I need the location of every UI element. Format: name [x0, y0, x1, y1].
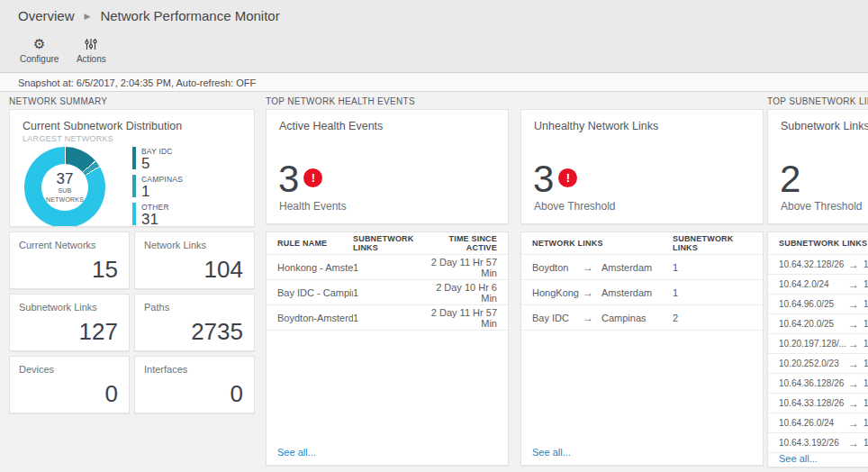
- dashboard: NETWORK SUMMARY Current Subnetwork Distr…: [0, 93, 868, 472]
- arrow-right-icon: →: [583, 261, 593, 274]
- breadcrumb: Overview ▶ Network Performance Monitor: [18, 8, 280, 23]
- arrow-right-icon: →: [848, 298, 859, 311]
- sliders-icon: [85, 37, 97, 51]
- network-summary-section-title: NETWORK SUMMARY: [9, 93, 255, 109]
- page-title: Network Performance Monitor: [100, 8, 279, 23]
- arrow-right-icon: →: [583, 286, 593, 299]
- table-row[interactable]: 10.64.2.0/24 → 10.2: [768, 275, 868, 295]
- donut-legend: BAY IDC 5 CAMPINAS 1 OTHER 31: [132, 147, 183, 227]
- toolbar: ⚙ Configure Actions: [16, 35, 111, 66]
- arrow-right-icon: →: [848, 377, 859, 390]
- table-row[interactable]: Honkong - Amste... 1 2 Day 11 Hr 57 Min: [267, 255, 508, 280]
- donut-center-label: SUB NETWORKS: [46, 186, 84, 203]
- actions-button[interactable]: Actions: [71, 35, 111, 66]
- alert-icon: !: [303, 168, 322, 187]
- network-links-table-header: NETWORK LINKS SUBNETWORK LINKS: [521, 232, 763, 255]
- see-all-link[interactable]: See all...: [267, 447, 508, 465]
- actions-label: Actions: [77, 54, 106, 64]
- donut-card-subtitle: LARGEST NETWORKS: [10, 132, 254, 143]
- tile-interfaces[interactable]: Interfaces 0: [134, 356, 255, 413]
- donut-area: 37 SUB NETWORKS BAY IDC 5: [10, 143, 254, 227]
- table-row[interactable]: Bay IDC → Campinas 2: [521, 305, 763, 331]
- arrow-right-icon: →: [848, 437, 859, 449]
- table-row[interactable]: 10.64.20.0/25 → 10.2: [768, 314, 868, 334]
- table-row[interactable]: Boydton-Amsterd... 1 2 Day 11 Hr 57 Min: [267, 305, 508, 331]
- legend-item-campinas: CAMPINAS 1: [132, 175, 183, 200]
- legend-item-other: OTHER 31: [132, 203, 183, 227]
- tile-current-networks[interactable]: Current Networks 15: [9, 231, 130, 289]
- health-events-column: TOP NETWORK HEALTH EVENTS Active Health …: [266, 93, 509, 466]
- legend-item-bay-idc: BAY IDC 5: [132, 147, 183, 172]
- health-events-section-title: TOP NETWORK HEALTH EVENTS: [266, 93, 509, 109]
- arrow-right-icon: →: [848, 397, 859, 410]
- app-header: Overview ▶ Network Performance Monitor ⚙…: [0, 0, 868, 73]
- health-events-table-header: RULE NAME SUBNETWORK LINKS TIME SINCE AC…: [267, 232, 508, 255]
- unhealthy-links-count: 3: [533, 163, 554, 195]
- arrow-right-icon: →: [848, 278, 859, 291]
- tile-network-links[interactable]: Network Links 104: [134, 231, 255, 289]
- legend-swatch: [132, 203, 136, 225]
- tile-devices[interactable]: Devices 0: [9, 356, 130, 413]
- snapshot-text: Snapshot at: 6/5/2017, 2:04:35 PM, Auto-…: [18, 77, 256, 88]
- table-row[interactable]: 10.64.96.0/25 → 10.2: [768, 295, 868, 314]
- table-row[interactable]: Bay IDC - Campin... 1 2 Day 10 Hr 6 Min: [267, 280, 508, 305]
- table-row[interactable]: 10.64.33.128/26 → 10.2: [768, 394, 868, 413]
- donut-card-title: Current Subnetwork Distribution: [10, 110, 254, 132]
- alert-icon: !: [558, 168, 577, 187]
- snapshot-bar: Snapshot at: 6/5/2017, 2:04:35 PM, Auto-…: [0, 74, 868, 92]
- health-events-count: 3: [278, 163, 299, 195]
- kpi-tiles: Current Networks 15 Network Links 104 Su…: [9, 231, 255, 413]
- arrow-right-icon: →: [848, 318, 859, 331]
- subnetwork-distribution-card[interactable]: Current Subnetwork Distribution LARGEST …: [9, 109, 255, 227]
- subnetwork-distribution-donut[interactable]: 37 SUB NETWORKS: [24, 147, 105, 227]
- table-row[interactable]: 10.64.32.128/26 → 10.2: [768, 255, 868, 275]
- table-row[interactable]: 10.20.252.0/23 → 10.2: [768, 354, 868, 374]
- table-row[interactable]: 10.64.3.192/26 → 10.2: [768, 433, 868, 453]
- subnetwork-links-stat-card[interactable]: Subnetwork Links With Mo 2 Above Thresho…: [767, 109, 868, 224]
- unhealthy-network-links-card[interactable]: Unhealthy Network Links 3 ! Above Thresh…: [520, 109, 764, 224]
- arrow-right-icon: →: [848, 338, 859, 350]
- gear-icon: ⚙: [33, 37, 45, 51]
- subnetwork-links-table-header: SUBNETWORK LINKS: [768, 232, 868, 255]
- see-all-link[interactable]: See all...: [521, 447, 763, 465]
- table-row[interactable]: Boydton → Amsterdam 1: [521, 255, 763, 280]
- configure-label: Configure: [20, 54, 59, 64]
- donut-center: 37 SUB NETWORKS: [41, 164, 88, 211]
- legend-swatch: [132, 175, 136, 197]
- tile-subnetwork-links[interactable]: Subnetwork Links 127: [9, 294, 130, 351]
- subnetwork-links-table-card: SUBNETWORK LINKS 10.64.32.128/26 → 10.2 …: [767, 231, 868, 467]
- see-all-link[interactable]: See all...: [768, 453, 868, 467]
- active-health-events-card[interactable]: Active Health Events 3 ! Health Events: [266, 109, 509, 224]
- arrow-right-icon: →: [848, 259, 859, 271]
- health-events-table-card: RULE NAME SUBNETWORK LINKS TIME SINCE AC…: [266, 231, 509, 466]
- table-row[interactable]: 10.64.36.128/26 → 10.2: [768, 374, 868, 394]
- subnetwork-links-count: 2: [780, 163, 800, 195]
- table-row[interactable]: 10.20.197.128/... → 10.2: [768, 334, 868, 354]
- network-links-table-card: NETWORK LINKS SUBNETWORK LINKS Boydton →…: [520, 231, 764, 466]
- unhealthy-links-column: Unhealthy Network Links 3 ! Above Thresh…: [520, 93, 764, 466]
- breadcrumb-overview-link[interactable]: Overview: [18, 8, 75, 23]
- subnetwork-links-section-title: TOP SUBNETWORK LINKS: [767, 93, 868, 109]
- breadcrumb-chevron-icon: ▶: [85, 12, 91, 21]
- table-row[interactable]: 10.64.26.0/24 → 10.2: [768, 413, 868, 433]
- donut-center-value: 37: [57, 171, 74, 186]
- legend-swatch: [132, 147, 136, 169]
- arrow-right-icon: →: [848, 417, 859, 430]
- subnetwork-links-column: TOP SUBNETWORK LINKS Subnetwork Links Wi…: [767, 93, 868, 467]
- tile-paths[interactable]: Paths 2735: [134, 294, 255, 351]
- table-row[interactable]: HongKong → Amsterdam 1: [521, 280, 763, 305]
- arrow-right-icon: →: [848, 358, 859, 370]
- spacer-title: [520, 93, 764, 109]
- network-summary-column: NETWORK SUMMARY Current Subnetwork Distr…: [9, 93, 255, 413]
- configure-button[interactable]: ⚙ Configure: [16, 35, 62, 66]
- arrow-right-icon: →: [583, 312, 593, 324]
